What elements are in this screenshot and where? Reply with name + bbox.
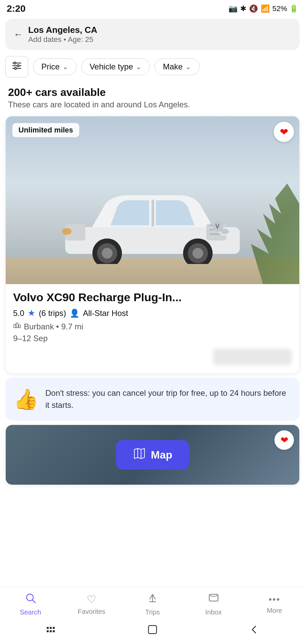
promo-text: Don't stress: you can cancel your trip f… [45, 387, 292, 411]
price-filter-button[interactable]: Price ⌄ [33, 58, 77, 75]
status-bar: 2:20 📷 ✱ 🔇 📶 52% 🔋 [0, 0, 305, 16]
price-box: $129/day blurred [13, 348, 292, 365]
svg-rect-26 [18, 325, 20, 328]
favorite-button-2[interactable]: ❤ [274, 430, 294, 450]
svg-rect-40 [53, 627, 55, 629]
svg-rect-7 [151, 200, 154, 226]
car-dates: 9–12 Sep [13, 334, 292, 343]
make-filter-label: Make [163, 62, 183, 71]
price-chevron-icon: ⌄ [62, 63, 68, 71]
sliders-icon [11, 60, 22, 73]
battery-text: 52% 🔋 [272, 4, 298, 13]
svg-rect-37 [47, 630, 49, 632]
more-nav-label: More [267, 607, 282, 614]
vehicle-type-filter-label: Vehicle type [90, 62, 133, 71]
search-bar[interactable]: ← Los Angeles, CA Add dates • Age: 25 [5, 19, 300, 50]
svg-rect-41 [53, 630, 55, 632]
thumbs-up-icon: 👍 [13, 387, 39, 411]
search-info: Los Angeles, CA Add dates • Age: 25 [28, 25, 97, 44]
svg-rect-42 [148, 626, 157, 634]
car-location: Burbank • 9.7 mi [13, 322, 292, 332]
search-location: Los Angeles, CA [28, 25, 97, 35]
vehicle-type-chevron-icon: ⌄ [136, 63, 141, 71]
svg-rect-38 [50, 627, 52, 629]
host-label: All-Star Host [83, 309, 128, 318]
nav-search[interactable]: Search [0, 592, 61, 616]
host-icon: 👤 [70, 309, 80, 318]
wifi-icon: 📶 [261, 4, 270, 13]
rating-value: 5.0 [13, 309, 24, 318]
make-filter-button[interactable]: Make ⌄ [155, 58, 200, 75]
trip-count: (6 trips) [39, 309, 66, 318]
status-time: 2:20 [7, 3, 26, 14]
svg-point-18 [102, 248, 113, 259]
svg-rect-39 [50, 630, 52, 632]
svg-point-29 [27, 594, 33, 601]
favorites-nav-label: Favorites [78, 608, 105, 615]
svg-point-3 [14, 62, 16, 64]
svg-point-4 [17, 65, 19, 67]
trips-nav-icon [147, 592, 158, 606]
svg-point-5 [14, 67, 16, 69]
nav-items: Search ♡ Favorites Trips [0, 587, 305, 620]
search-nav-label: Search [20, 608, 41, 616]
car-image: V Unlimited miles ❤ [6, 116, 299, 284]
car-card-2[interactable]: Map ❤ [5, 425, 300, 485]
more-nav-icon: ••• [268, 594, 280, 605]
favorite-button-1[interactable]: ❤ [274, 122, 294, 142]
car-info: Volvo XC90 Recharge Plug-In... 5.0 ★ (6 … [6, 284, 299, 373]
unlimited-miles-badge: Unlimited miles [12, 123, 79, 137]
back-button[interactable]: ← [13, 29, 23, 40]
map-icon [133, 447, 146, 463]
results-header: 200+ cars available These cars are locat… [0, 81, 305, 112]
svg-point-15 [62, 228, 72, 235]
promo-banner: 👍 Don't stress: you can cancel your trip… [5, 378, 300, 421]
nav-favorites[interactable]: ♡ Favorites [61, 593, 122, 615]
heart-nav-icon: ♡ [87, 593, 96, 606]
android-back-button[interactable] [249, 624, 260, 637]
star-icon: ★ [28, 308, 35, 318]
map-button[interactable]: Map [116, 440, 189, 470]
car-illustration: V [58, 177, 247, 264]
svg-text:V: V [215, 223, 219, 230]
search-nav-icon [25, 592, 36, 606]
car-name: Volvo XC90 Recharge Plug-In... [13, 291, 292, 304]
svg-point-21 [192, 248, 203, 259]
trips-nav-label: Trips [145, 608, 160, 616]
car-card-1[interactable]: V Unlimited miles ❤ Volvo XC90 Recharge … [5, 116, 300, 374]
camera-icon: 📷 [228, 4, 237, 13]
nav-inbox[interactable]: Inbox [183, 592, 244, 616]
location-text: Burbank • 9.7 mi [24, 322, 83, 331]
android-nav-bar [0, 620, 305, 644]
svg-line-30 [33, 600, 35, 603]
android-home-button[interactable] [146, 624, 159, 638]
price-value: $129/day blurred [213, 348, 292, 365]
filter-bar: Price ⌄ Vehicle type ⌄ Make ⌄ [0, 53, 305, 81]
inbox-nav-icon [208, 592, 219, 606]
bottom-nav: Search ♡ Favorites Trips [0, 587, 305, 644]
car-rating-row: 5.0 ★ (6 trips) 👤 All-Star Host [13, 308, 292, 318]
results-count: 200+ cars available [8, 86, 297, 99]
location-icon [13, 322, 21, 332]
vehicle-type-filter-button[interactable]: Vehicle type ⌄ [81, 58, 150, 75]
svg-rect-25 [16, 323, 18, 328]
status-icons: 📷 ✱ 🔇 📶 52% 🔋 [228, 4, 298, 13]
price-filter-label: Price [41, 62, 60, 71]
inbox-nav-label: Inbox [205, 608, 222, 616]
make-chevron-icon: ⌄ [185, 63, 191, 71]
filter-settings-button[interactable] [5, 56, 28, 77]
svg-rect-36 [47, 627, 49, 629]
bluetooth-icon: ✱ [240, 4, 246, 13]
search-subtext: Add dates • Age: 25 [28, 35, 97, 44]
svg-rect-24 [14, 324, 16, 328]
nav-more[interactable]: ••• More [244, 594, 305, 614]
nav-trips[interactable]: Trips [122, 592, 183, 616]
results-subtext: These cars are located in and around Los… [8, 100, 297, 109]
android-menu-button[interactable] [45, 624, 56, 637]
volume-icon: 🔇 [249, 4, 258, 13]
map-label: Map [151, 449, 172, 461]
